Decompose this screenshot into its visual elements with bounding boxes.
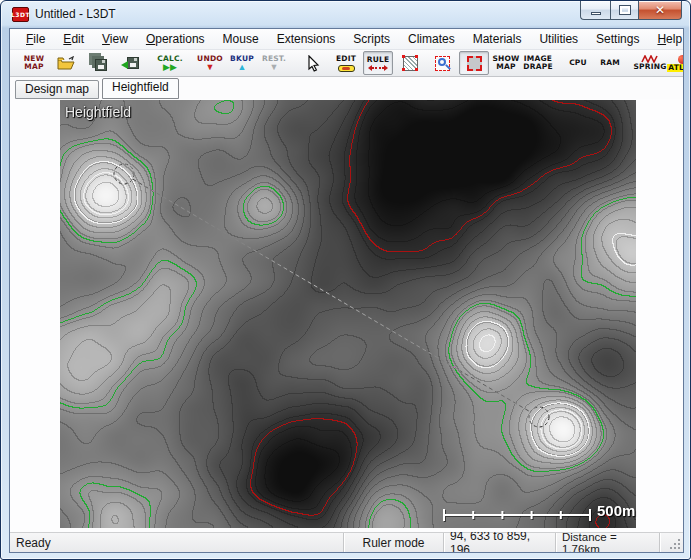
app-icon-text: L3DT bbox=[11, 11, 30, 18]
menu-settings[interactable]: Settings bbox=[587, 29, 648, 50]
import-button[interactable] bbox=[115, 51, 145, 75]
restore-button: REST. ▼ bbox=[259, 51, 289, 75]
ruler-dotted-arrow-icon bbox=[368, 65, 388, 71]
title-bar[interactable]: L3DT Untitled - L3DT ✕ bbox=[1, 1, 690, 28]
app-icon: L3DT bbox=[12, 7, 29, 22]
minimize-icon bbox=[591, 12, 601, 15]
menu-extensions[interactable]: Extensions bbox=[268, 29, 345, 50]
status-ready: Ready bbox=[10, 533, 343, 552]
cpu-button[interactable]: CPU bbox=[563, 51, 593, 75]
atlas-button[interactable]: ATLAS bbox=[667, 51, 684, 75]
selection-hatch-icon bbox=[403, 56, 418, 71]
show-map-button[interactable]: SHOW MAP bbox=[491, 51, 521, 75]
menu-operations[interactable]: Operations bbox=[137, 29, 214, 50]
window-title: Untitled - L3DT bbox=[35, 1, 116, 28]
map-overlay-label: Heightfield bbox=[65, 104, 131, 120]
ram-button[interactable]: RAM bbox=[595, 51, 625, 75]
menu-help[interactable]: Help bbox=[648, 29, 684, 50]
heightfield-map[interactable]: Heightfield 500m bbox=[60, 100, 636, 528]
undo-button[interactable]: UNDO ▼ bbox=[195, 51, 225, 75]
select-region-button[interactable] bbox=[395, 51, 425, 75]
menu-bar: File Edit View Operations Mouse tools Ex… bbox=[10, 29, 683, 50]
toolbar: NEW MAP CALC. ▶▶ bbox=[10, 50, 683, 77]
resize-grip-icon bbox=[669, 538, 680, 549]
menu-climates[interactable]: Climates bbox=[399, 29, 464, 50]
tab-design-map[interactable]: Design map bbox=[15, 80, 99, 99]
tab-bar: Design map Heightfield bbox=[10, 77, 683, 99]
edit-tool-button[interactable]: EDIT bbox=[331, 51, 361, 75]
minimize-button[interactable] bbox=[580, 1, 610, 20]
menu-view[interactable]: View bbox=[93, 29, 137, 50]
backup-arrow-icon: ▲ bbox=[238, 63, 247, 72]
menu-materials[interactable]: Materials bbox=[464, 29, 531, 50]
selection-brackets-icon bbox=[467, 56, 482, 71]
app-panel: File Edit View Operations Mouse tools Ex… bbox=[9, 28, 684, 553]
window-controls: ✕ bbox=[580, 1, 682, 20]
app-window: L3DT Untitled - L3DT ✕ File Edit View Op… bbox=[0, 0, 691, 560]
maximize-button[interactable] bbox=[610, 1, 638, 20]
save-all-button[interactable] bbox=[83, 51, 113, 75]
menu-mouse-tools[interactable]: Mouse tools bbox=[214, 29, 268, 50]
menu-edit[interactable]: Edit bbox=[54, 29, 93, 50]
menu-utilities[interactable]: Utilities bbox=[530, 29, 587, 50]
show-selection-button[interactable] bbox=[459, 51, 489, 75]
close-button[interactable]: ✕ bbox=[638, 1, 682, 20]
magnifier-selection-icon bbox=[435, 56, 450, 71]
pointer-tool-button[interactable] bbox=[299, 51, 329, 75]
backup-button[interactable]: BKUP ▲ bbox=[227, 51, 257, 75]
ruler-tool-button[interactable]: RULE bbox=[363, 51, 393, 75]
floppy-import-icon bbox=[127, 57, 139, 69]
scale-bar-label: 500m bbox=[597, 502, 635, 519]
image-drape-button[interactable]: IMAGE DRAPE bbox=[523, 51, 553, 75]
calc-button[interactable]: CALC. ▶▶ bbox=[155, 51, 185, 75]
open-button[interactable] bbox=[51, 51, 81, 75]
menu-scripts[interactable]: Scripts bbox=[344, 29, 399, 50]
status-mouse-mode: Ruler mode bbox=[343, 533, 443, 552]
undo-arrow-icon: ▼ bbox=[206, 63, 215, 72]
calc-arrows-icon: ▶▶ bbox=[163, 63, 177, 72]
restore-arrow-icon: ▼ bbox=[270, 63, 279, 72]
heightfield-canvas[interactable] bbox=[60, 100, 636, 528]
close-icon: ✕ bbox=[655, 3, 665, 17]
green-arrow-icon bbox=[121, 61, 128, 69]
menu-file[interactable]: File bbox=[17, 29, 54, 50]
zoom-region-button[interactable] bbox=[427, 51, 457, 75]
client-area: Heightfield 500m bbox=[10, 99, 683, 532]
status-coordinates: 94, 633 to 859, 196 bbox=[443, 533, 555, 552]
maximize-icon bbox=[620, 6, 630, 14]
status-bar: Ready Ruler mode 94, 633 to 859, 196 Dis… bbox=[10, 532, 683, 552]
status-distance: Distance = 1.76km bbox=[555, 533, 659, 552]
spring-button[interactable]: SPRING bbox=[635, 51, 665, 75]
folder-open-icon bbox=[57, 56, 76, 71]
resize-grip[interactable] bbox=[659, 533, 683, 552]
new-map-button[interactable]: NEW MAP bbox=[19, 51, 49, 75]
cursor-icon bbox=[308, 55, 320, 72]
floppy-stack-icon bbox=[95, 59, 107, 71]
pencil-icon bbox=[338, 65, 355, 72]
tab-heightfield[interactable]: Heightfield bbox=[102, 78, 179, 99]
